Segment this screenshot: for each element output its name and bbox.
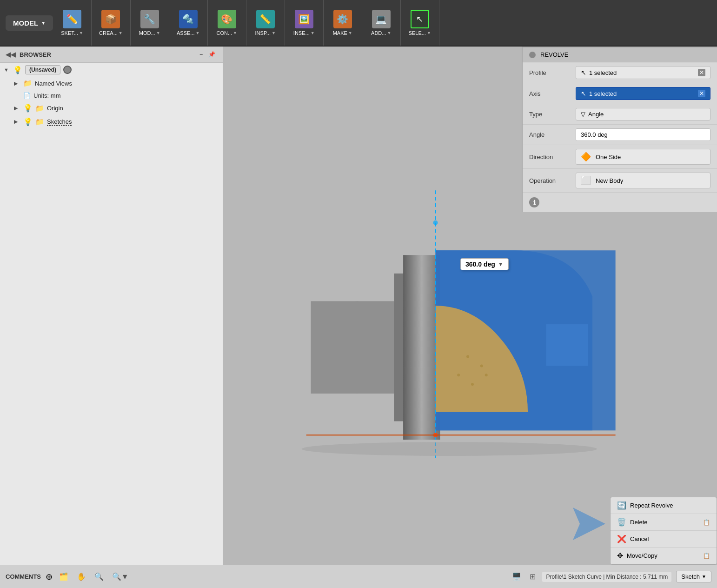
main-area: ◀◀ BROWSER − 📌 ▼ 💡 (Unsaved) ▶ 📁 Named V… bbox=[0, 47, 717, 565]
angle-dropdown-arrow[interactable]: ▼ bbox=[498, 261, 504, 267]
browser-back-btn[interactable]: ◀◀ bbox=[6, 51, 16, 58]
record-btn[interactable] bbox=[63, 66, 72, 74]
type-value: Angle bbox=[588, 111, 604, 118]
toolbar-modify-group: 🔧 MOD... ▼ bbox=[131, 0, 169, 46]
model-label: MODEL bbox=[13, 19, 38, 27]
make-dropdown-arrow: ▼ bbox=[348, 31, 352, 35]
sketch-icon: ✏️ bbox=[63, 10, 81, 28]
revolve-profile-row: Profile ↖ 1 selected ✕ bbox=[523, 62, 717, 83]
axis-x-btn[interactable]: ✕ bbox=[698, 90, 705, 97]
delete-item[interactable]: 🗑️ Delete 📋 bbox=[611, 514, 717, 531]
direction-label: Direction bbox=[529, 154, 571, 160]
make-label: MAKE bbox=[333, 30, 347, 36]
assemble-label: ASSE... bbox=[177, 30, 195, 36]
insert-icon: 🖼️ bbox=[295, 10, 313, 28]
direction-field[interactable]: 🔶 One Side bbox=[576, 149, 710, 165]
tree-item-units[interactable]: ▶ 📄 Units: mm bbox=[0, 90, 223, 101]
info-icon[interactable]: ℹ bbox=[529, 197, 539, 207]
select-cursor-icon: ↖ bbox=[416, 14, 423, 24]
toolbar-select-group: ↖ SELE... ▼ bbox=[401, 0, 439, 46]
svg-marker-29 bbox=[573, 508, 605, 540]
tree-item-origin[interactable]: ▶ 💡 📁 Origin bbox=[0, 101, 223, 115]
context-menu: 🔄 Repeat Revolve 🗑️ Delete 📋 ❌ Cancel ✥ … bbox=[610, 497, 717, 565]
toolbar-addins-btn[interactable]: 💻 ADD... ▼ bbox=[365, 8, 398, 38]
tree-item-root[interactable]: ▼ 💡 (Unsaved) bbox=[0, 63, 223, 77]
toolbar-sketch-btn[interactable]: ✏️ SKET... ▼ bbox=[56, 8, 88, 38]
move-copy-label: Move/Copy bbox=[627, 552, 657, 559]
comments-add-btn[interactable]: ⊕ bbox=[46, 572, 53, 582]
svg-point-15 bbox=[433, 220, 438, 225]
repeat-revolve-item[interactable]: 🔄 Repeat Revolve bbox=[611, 497, 717, 514]
type-field[interactable]: ▽ Angle bbox=[576, 108, 710, 120]
move-copy-item[interactable]: ✥ Move/Copy 📋 bbox=[611, 548, 717, 564]
make-icon: ⚙️ bbox=[333, 10, 352, 28]
svg-point-13 bbox=[485, 374, 488, 376]
svg-point-12 bbox=[471, 383, 474, 386]
revolve-direction-row: Direction 🔶 One Side bbox=[523, 145, 717, 169]
toolbar-insert-btn[interactable]: 🖼️ INSE... ▼ bbox=[288, 8, 320, 38]
viewport-icon-1[interactable]: 🗂️ bbox=[57, 570, 70, 583]
type-angle-icon: ▽ bbox=[581, 111, 585, 118]
delete-icon: 🗑️ bbox=[617, 518, 626, 527]
origin-bulb-icon: 💡 bbox=[23, 104, 33, 113]
root-label: (Unsaved) bbox=[29, 67, 56, 73]
toolbar: MODEL ▼ ✏️ SKET... ▼ 📦 CREA... ▼ 🔧 MOD..… bbox=[0, 0, 717, 47]
toolbar-make-btn[interactable]: ⚙️ MAKE ▼ bbox=[326, 8, 359, 38]
operation-value: New Body bbox=[596, 177, 623, 184]
addins-label: ADD... bbox=[371, 30, 386, 36]
browser-header: ◀◀ BROWSER − 📌 bbox=[0, 47, 223, 63]
repeat-revolve-icon: 🔄 bbox=[617, 501, 626, 510]
angle-input[interactable]: 360.0 deg bbox=[576, 128, 710, 141]
grid-icon[interactable]: ⊞ bbox=[528, 570, 538, 583]
cancel-label: Cancel bbox=[630, 535, 649, 542]
tree-item-named-views[interactable]: ▶ 📁 Named Views bbox=[0, 77, 223, 90]
comments-label: COMMENTS bbox=[6, 573, 41, 580]
toolbar-assemble-btn[interactable]: 🔩 ASSE... ▼ bbox=[172, 8, 205, 38]
revolve-panel: REVOLVE Profile ↖ 1 selected ✕ Axis ↖ 1 … bbox=[522, 47, 717, 212]
toolbar-sketch-group: ✏️ SKET... ▼ bbox=[53, 0, 92, 46]
angle-label: Angle bbox=[529, 131, 571, 138]
toolbar-construct-group: 🎨 CON... ▼ bbox=[208, 0, 246, 46]
model-button[interactable]: MODEL ▼ bbox=[6, 15, 53, 31]
svg-point-11 bbox=[457, 374, 460, 376]
sketches-folder-icon: 📁 bbox=[35, 118, 44, 126]
axis-cursor-icon: ↖ bbox=[581, 90, 586, 97]
cancel-item[interactable]: ❌ Cancel bbox=[611, 531, 717, 548]
sketch-mode-btn[interactable]: Sketch ▼ bbox=[676, 571, 711, 582]
svg-rect-6 bbox=[403, 255, 440, 440]
browser-pin-btn[interactable]: 📌 bbox=[206, 50, 217, 59]
display-mode-icon[interactable]: 🖥️ bbox=[510, 570, 523, 583]
zoom-dropdown-icon[interactable]: 🔍▼ bbox=[110, 570, 131, 583]
toolbar-select-btn[interactable]: ↖ SELE... ▼ bbox=[404, 8, 436, 38]
viewport[interactable]: 360.0 deg ▼ TOP FRONT RIGHT bbox=[223, 47, 717, 565]
axis-value: 1 selected bbox=[589, 90, 617, 97]
toolbar-construct-btn[interactable]: 🎨 CON... ▼ bbox=[211, 8, 243, 38]
named-views-folder-icon: 📁 bbox=[23, 79, 32, 87]
operation-field[interactable]: ⬜ New Body bbox=[576, 173, 710, 188]
angle-field-value: 360.0 deg bbox=[581, 131, 608, 138]
units-label: Units: mm bbox=[33, 92, 61, 99]
angle-value: 360.0 deg bbox=[465, 261, 495, 268]
angle-popup[interactable]: 360.0 deg ▼ bbox=[460, 258, 509, 270]
inspect-icon: 📏 bbox=[256, 10, 275, 28]
select-dropdown-arrow: ▼ bbox=[427, 31, 431, 35]
select-label: SELE... bbox=[409, 30, 426, 36]
toolbar-create-btn[interactable]: 📦 CREA... ▼ bbox=[94, 8, 127, 38]
profile-field[interactable]: ↖ 1 selected ✕ bbox=[576, 66, 710, 79]
toolbar-modify-btn[interactable]: 🔧 MOD... ▼ bbox=[133, 8, 166, 38]
profile-x-btn[interactable]: ✕ bbox=[698, 69, 705, 76]
revolve-close-dot[interactable] bbox=[529, 52, 536, 58]
delete-extra-icon: 📋 bbox=[703, 519, 710, 526]
construct-icon: 🎨 bbox=[218, 10, 236, 28]
toolbar-inspect-btn[interactable]: 📏 INSP... ▼ bbox=[249, 8, 282, 38]
browser-panel: ◀◀ BROWSER − 📌 ▼ 💡 (Unsaved) ▶ 📁 Named V… bbox=[0, 47, 223, 565]
tree-item-sketches[interactable]: ▶ 💡 📁 Sketches bbox=[0, 115, 223, 128]
zoom-icon[interactable]: 🔍 bbox=[93, 570, 106, 583]
cancel-icon: ❌ bbox=[617, 535, 626, 543]
axis-field[interactable]: ↖ 1 selected ✕ bbox=[576, 87, 710, 100]
inspect-dropdown-arrow: ▼ bbox=[272, 31, 276, 35]
pan-icon[interactable]: ✋ bbox=[75, 570, 88, 583]
browser-minimize-btn[interactable]: − bbox=[198, 50, 205, 59]
sketches-bulb-icon: 💡 bbox=[23, 117, 33, 126]
toolbar-inspect-group: 📏 INSP... ▼ bbox=[246, 0, 285, 46]
